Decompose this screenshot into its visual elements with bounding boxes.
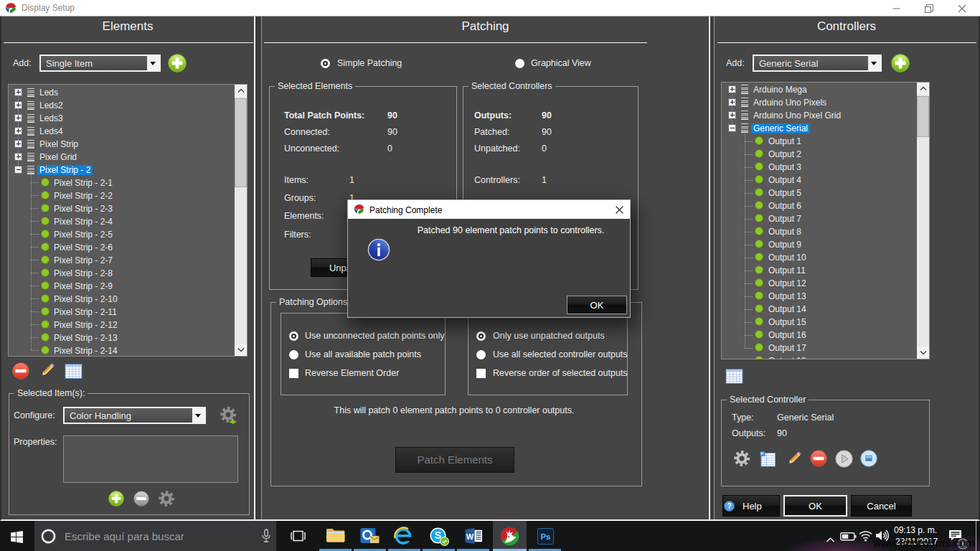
svg-text:Ps: Ps xyxy=(540,532,550,541)
svg-text:W: W xyxy=(466,532,474,541)
svg-text:?: ? xyxy=(727,502,731,510)
